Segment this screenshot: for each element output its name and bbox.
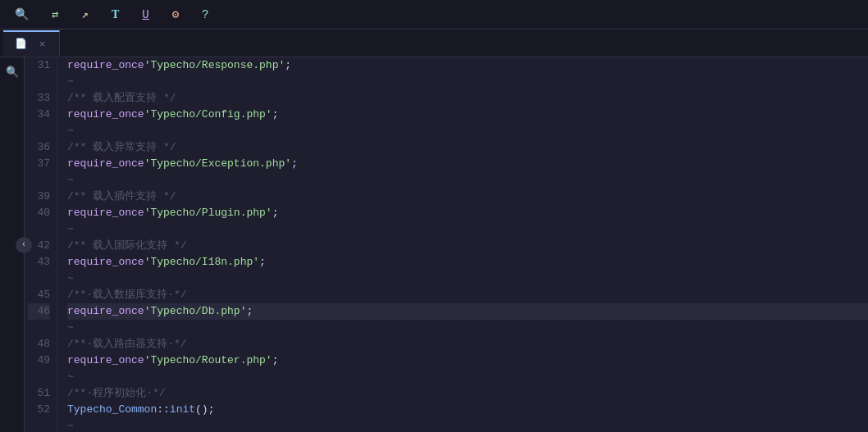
table-row: require_once 'Typecho/Response.php'; <box>67 57 868 74</box>
table-row: ~ <box>67 418 868 432</box>
table-row: /** 载入异常支持 */ <box>67 139 868 156</box>
theme-icon: U <box>142 8 148 21</box>
table-row: require_once 'Typecho/I18n.php'; <box>67 254 868 271</box>
line-number <box>28 172 50 189</box>
line-number <box>28 320 50 336</box>
search-icon: 🔍 <box>15 7 29 21</box>
line-number <box>28 221 50 238</box>
line-number: 51 <box>28 385 50 402</box>
line-number: 52 <box>28 402 50 418</box>
sidebar-search-icon[interactable]: 🔍 <box>4 64 21 80</box>
font-icon: T <box>112 8 119 21</box>
line-number: 48 <box>28 336 50 352</box>
goto-icon: ↗ <box>81 7 88 21</box>
replace-icon: ⇄ <box>52 7 58 21</box>
table-row: require_once 'Typecho/Db.php'; <box>67 303 868 320</box>
line-number: 45 <box>28 287 50 303</box>
table-row: /**·载入数据库支持·*/ <box>67 287 868 303</box>
line-number: 34 <box>28 107 50 123</box>
line-number: 39 <box>28 189 50 205</box>
code-container: 313334363739404243454648495152545556 req… <box>25 57 868 432</box>
line-number: 46 <box>28 303 50 320</box>
file-tab-icon: 📄 <box>15 38 27 50</box>
toolbar-shortcuts[interactable]: ? <box>194 5 220 25</box>
table-row: require_once 'Typecho/Config.php'; <box>67 107 868 123</box>
line-number <box>28 74 50 90</box>
toolbar-goto[interactable]: ↗ <box>73 4 99 25</box>
tab-close-button[interactable]: ✕ <box>37 37 48 51</box>
table-row: require_once 'Typecho/Plugin.php'; <box>67 205 868 221</box>
toolbar-font[interactable]: T <box>103 5 130 25</box>
line-number: 31 <box>28 57 50 74</box>
line-number: 40 <box>28 205 50 221</box>
table-row: ~ <box>67 172 868 189</box>
line-number: 33 <box>28 90 50 107</box>
line-number <box>28 123 50 139</box>
file-tab[interactable]: 📄 ✕ <box>3 30 60 56</box>
table-row: ~ <box>67 74 868 90</box>
line-number: 49 <box>28 352 50 369</box>
table-row: ~ <box>67 221 868 238</box>
line-number <box>28 271 50 287</box>
settings-icon: ⚙ <box>172 7 179 21</box>
table-row: /** 载入国际化支持 */ <box>67 238 868 254</box>
line-number <box>28 369 50 385</box>
table-row: ~ <box>67 369 868 385</box>
table-row: ~ <box>67 271 868 287</box>
table-row: /**·载入路由器支持·*/ <box>67 336 868 352</box>
table-row: Typecho_Common::init(); <box>67 402 868 418</box>
toolbar-search[interactable]: 🔍 <box>7 4 40 25</box>
sidebar-collapse-button[interactable]: ‹ <box>16 237 32 253</box>
table-row: /** 载入配置支持 */ <box>67 90 868 107</box>
tabbar: 📄 ✕ <box>0 30 868 57</box>
main-layout: 🔍 ‹ 313334363739404243454648495152545556… <box>0 57 868 432</box>
editor-area[interactable]: 313334363739404243454648495152545556 req… <box>25 57 868 432</box>
line-number: 37 <box>28 156 50 172</box>
table-row: require_once 'Typecho/Exception.php'; <box>67 156 868 172</box>
code-lines[interactable]: require_once 'Typecho/Response.php';~/**… <box>57 57 868 432</box>
toolbar-replace[interactable]: ⇄ <box>43 4 70 25</box>
toolbar-settings[interactable]: ⚙ <box>164 4 190 25</box>
line-number <box>28 418 50 432</box>
line-number: 36 <box>28 139 50 156</box>
table-row: /**·程序初始化·*/ <box>67 385 868 402</box>
table-row: require_once 'Typecho/Router.php'; <box>67 352 868 369</box>
table-row: ~ <box>67 320 868 336</box>
toolbar-theme[interactable]: U <box>134 5 160 25</box>
line-number: 43 <box>28 254 50 271</box>
shortcuts-icon: ? <box>202 8 208 21</box>
table-row: /** 载入插件支持 */ <box>67 189 868 205</box>
table-row: ~ <box>67 123 868 139</box>
sidebar: 🔍 ‹ <box>0 57 25 432</box>
toolbar: 🔍 ⇄ ↗ T U ⚙ ? <box>0 0 868 30</box>
